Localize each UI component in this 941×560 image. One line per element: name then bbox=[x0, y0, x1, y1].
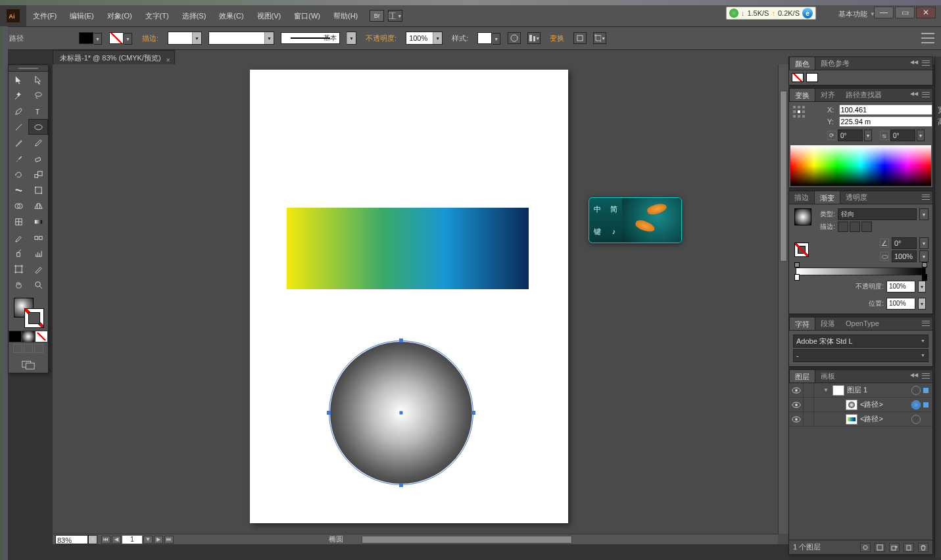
bridge-button[interactable]: Br bbox=[370, 10, 384, 22]
eraser-tool[interactable] bbox=[28, 151, 48, 166]
stroke-swatch[interactable]: ▼ bbox=[109, 32, 124, 44]
menu-effect[interactable]: 效果(C) bbox=[212, 5, 250, 26]
tab-color-guide[interactable]: 颜色参考 bbox=[815, 57, 855, 70]
rotate-dropdown[interactable]: ▼ bbox=[864, 129, 872, 141]
color-stop-black[interactable] bbox=[922, 274, 927, 281]
crop-icon[interactable]: ▼ bbox=[593, 32, 606, 44]
new-sublayer-icon[interactable] bbox=[889, 543, 900, 552]
eyedropper-tool[interactable] bbox=[9, 229, 28, 245]
ratio-dropdown[interactable]: ▼ bbox=[919, 250, 929, 262]
app-logo[interactable]: Ai bbox=[0, 5, 26, 26]
visibility-toggle[interactable] bbox=[789, 398, 804, 412]
tab-paragraph[interactable]: 段落 bbox=[815, 317, 840, 330]
zoom-value[interactable]: 83% bbox=[55, 535, 88, 544]
panel-dock-edge[interactable] bbox=[934, 57, 941, 557]
vertical-scrollbar[interactable] bbox=[778, 64, 788, 534]
collapse-icon[interactable]: ◀◀ bbox=[910, 91, 918, 97]
anchor-point[interactable] bbox=[399, 483, 403, 487]
blob-brush-tool[interactable] bbox=[9, 151, 28, 166]
ratio-input[interactable]: 100% bbox=[892, 250, 917, 262]
menu-window[interactable]: 窗口(W) bbox=[287, 5, 327, 26]
opacity-value[interactable]: 100%▼ bbox=[406, 32, 443, 45]
angle-input[interactable]: 0° bbox=[892, 237, 917, 249]
layer-row[interactable]: ▼图层 1 bbox=[789, 383, 932, 398]
tab-align[interactable]: 对齐 bbox=[815, 88, 840, 101]
visibility-toggle[interactable] bbox=[789, 383, 804, 398]
tab-transparency[interactable]: 透明度 bbox=[840, 191, 873, 204]
delete-layer-icon[interactable] bbox=[918, 543, 929, 552]
lock-toggle[interactable] bbox=[804, 383, 814, 398]
color-none-swatch[interactable] bbox=[792, 73, 804, 82]
anchor-point[interactable] bbox=[327, 411, 331, 415]
ime-simplified-button[interactable]: 简 bbox=[606, 198, 622, 220]
draw-behind[interactable] bbox=[24, 344, 33, 353]
anchor-point[interactable] bbox=[399, 338, 403, 342]
ellipse-tool[interactable] bbox=[28, 119, 48, 135]
center-point[interactable] bbox=[400, 411, 403, 415]
type-tool[interactable]: T bbox=[28, 103, 48, 119]
solid-color-mode[interactable] bbox=[9, 331, 22, 342]
gradient-opacity-dropdown[interactable]: ▼ bbox=[918, 281, 926, 292]
stroke-style[interactable]: 基本 bbox=[281, 32, 340, 44]
tab-opentype[interactable]: OpenType bbox=[840, 317, 884, 330]
artboard-tool[interactable] bbox=[9, 261, 28, 277]
tab-layers[interactable]: 图层 bbox=[789, 369, 815, 383]
brush-combo[interactable]: ▼ bbox=[208, 32, 274, 45]
target-icon[interactable] bbox=[911, 415, 921, 424]
pencil-tool[interactable] bbox=[28, 135, 48, 151]
menu-file[interactable]: 文件(F) bbox=[26, 5, 63, 26]
line-tool[interactable] bbox=[9, 119, 28, 135]
shape-builder-tool[interactable] bbox=[9, 198, 28, 214]
draw-normal[interactable] bbox=[13, 344, 22, 353]
stroke-grad-3[interactable] bbox=[861, 222, 872, 232]
ie-icon[interactable]: e bbox=[802, 8, 813, 18]
x-input[interactable] bbox=[839, 105, 932, 115]
direct-selection-tool[interactable] bbox=[28, 72, 48, 87]
font-family-select[interactable]: Adobe 宋体 Std L▼ bbox=[793, 335, 929, 348]
stroke-label[interactable]: 描边: bbox=[139, 34, 161, 43]
tab-color[interactable]: 颜色 bbox=[789, 57, 815, 70]
paintbrush-tool[interactable] bbox=[9, 135, 28, 151]
selection-tool[interactable] bbox=[9, 72, 28, 87]
panel-menu-icon[interactable] bbox=[921, 371, 931, 381]
visibility-toggle[interactable] bbox=[789, 412, 804, 427]
layer-row[interactable]: <路径> bbox=[789, 398, 932, 412]
tab-gradient[interactable]: 渐变 bbox=[814, 191, 840, 204]
reference-point-grid[interactable] bbox=[793, 106, 806, 119]
prev-page-button[interactable]: ◀ bbox=[112, 536, 121, 544]
color-white-swatch[interactable] bbox=[806, 73, 818, 82]
stroke-grad-1[interactable] bbox=[838, 222, 848, 232]
transform-label[interactable]: 变换 bbox=[547, 34, 567, 43]
gradient-preview[interactable] bbox=[794, 208, 811, 225]
gradient-color-mode[interactable] bbox=[22, 331, 35, 342]
anchor-point[interactable] bbox=[471, 411, 475, 415]
document-tab[interactable]: 未标题-1* @ 83% (CMYK/预览)× bbox=[53, 50, 175, 64]
gradient-type-dropdown[interactable]: ▼ bbox=[919, 208, 929, 220]
ime-widget[interactable]: 中 简 键 ♪ bbox=[589, 197, 682, 243]
gradient-stroke-swatch[interactable] bbox=[794, 243, 809, 257]
next-page-button[interactable]: ▶ bbox=[154, 536, 163, 544]
stroke-weight[interactable]: ▼ bbox=[168, 32, 202, 45]
gradient-rectangle-object[interactable] bbox=[287, 208, 529, 289]
control-bar-menu[interactable] bbox=[921, 33, 934, 43]
menu-select[interactable]: 选择(S) bbox=[176, 5, 213, 26]
layer-row[interactable]: <路径> bbox=[789, 412, 932, 427]
minimize-button[interactable]: — bbox=[874, 7, 894, 18]
graph-tool[interactable] bbox=[28, 245, 48, 261]
draw-inside[interactable] bbox=[34, 344, 43, 353]
free-transform-tool[interactable] bbox=[28, 182, 48, 198]
color-stop-white[interactable] bbox=[794, 274, 800, 281]
scale-tool[interactable] bbox=[28, 166, 48, 182]
magic-wand-tool[interactable] bbox=[9, 87, 28, 103]
pen-tool[interactable] bbox=[9, 103, 28, 119]
lasso-tool[interactable] bbox=[28, 87, 48, 103]
make-clipping-mask-icon[interactable] bbox=[875, 543, 885, 552]
perspective-grid-tool[interactable] bbox=[28, 198, 48, 214]
ime-cn-button[interactable]: 中 bbox=[589, 198, 606, 220]
lock-toggle[interactable] bbox=[804, 412, 814, 427]
menu-view[interactable]: 视图(V) bbox=[251, 5, 288, 26]
menu-type[interactable]: 文字(T) bbox=[139, 5, 176, 26]
fill-swatch-expand[interactable]: ▼ bbox=[79, 32, 93, 44]
gradient-slider[interactable] bbox=[796, 268, 926, 275]
horizontal-scrollbar[interactable] bbox=[356, 536, 778, 544]
